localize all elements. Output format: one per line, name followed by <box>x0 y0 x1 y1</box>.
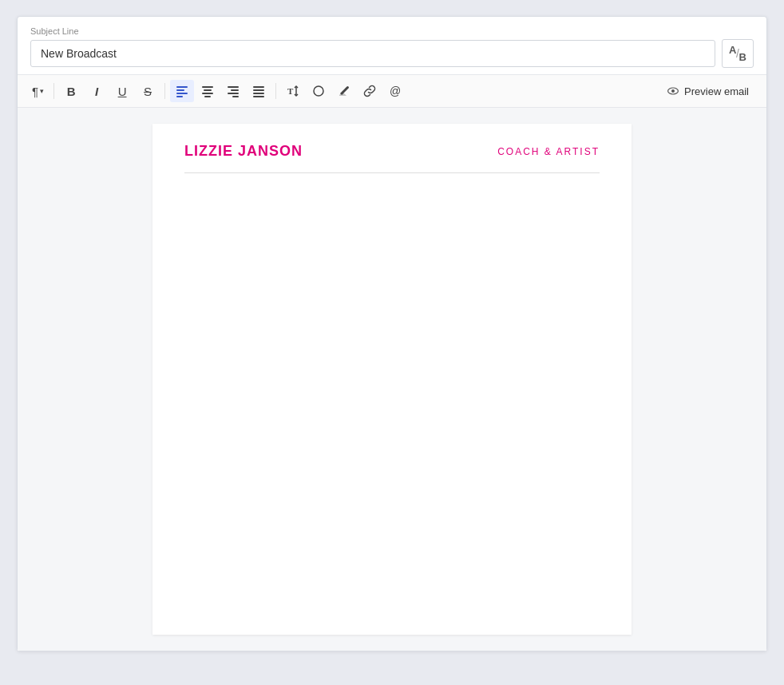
brand-tagline: COACH & ARTIST <box>497 146 600 157</box>
separator-3 <box>275 83 276 99</box>
svg-rect-8 <box>228 86 239 88</box>
eraser-icon <box>338 85 350 97</box>
separator-1 <box>53 83 54 99</box>
font-size-icon: T <box>287 85 299 97</box>
paragraph-type-button[interactable]: ¶ ▾ <box>27 80 49 102</box>
svg-rect-14 <box>253 93 264 94</box>
svg-rect-9 <box>231 89 239 91</box>
highlight-button[interactable] <box>307 80 331 102</box>
underline-icon: U <box>118 85 127 98</box>
svg-rect-4 <box>202 86 213 88</box>
paragraph-icon: ¶ <box>32 85 38 98</box>
ab-test-button[interactable]: A / B <box>722 39 754 68</box>
separator-2 <box>164 83 165 99</box>
svg-point-20 <box>671 89 675 93</box>
subject-label: Subject Line <box>30 26 754 36</box>
align-justify-icon <box>252 85 265 97</box>
svg-point-18 <box>314 86 323 96</box>
font-size-button[interactable]: T <box>281 80 305 102</box>
preview-email-label: Preview email <box>684 85 749 97</box>
italic-button[interactable]: I <box>85 80 109 102</box>
eraser-button[interactable] <box>332 80 356 102</box>
subject-section: Subject Line A / B <box>18 17 766 75</box>
svg-rect-2 <box>176 93 188 94</box>
svg-rect-0 <box>176 86 188 88</box>
bold-icon: B <box>67 85 76 98</box>
svg-rect-3 <box>176 96 183 97</box>
subject-input[interactable] <box>30 40 715 67</box>
link-button[interactable] <box>358 80 382 102</box>
svg-rect-15 <box>253 96 264 97</box>
svg-rect-13 <box>253 89 264 91</box>
svg-rect-6 <box>202 93 213 94</box>
paragraph-chevron-icon: ▾ <box>40 87 44 95</box>
svg-rect-10 <box>228 93 239 94</box>
brand-name: LIZZIE JANSON <box>184 143 303 160</box>
svg-text:T: T <box>287 86 294 96</box>
svg-rect-7 <box>204 96 211 97</box>
subject-row: A / B <box>30 39 754 68</box>
editor-toolbar: ¶ ▾ B I U S <box>18 75 766 108</box>
email-header: LIZZIE JANSON COACH & ARTIST <box>152 124 632 172</box>
align-justify-button[interactable] <box>247 80 271 102</box>
mention-button[interactable]: @ <box>383 80 407 102</box>
align-left-button[interactable] <box>170 80 194 102</box>
align-right-button[interactable] <box>221 80 245 102</box>
align-left-icon <box>176 85 188 97</box>
preview-email-button[interactable]: Preview email <box>659 80 757 102</box>
svg-rect-1 <box>176 89 184 91</box>
strikethrough-icon: S <box>144 85 152 98</box>
editor-body[interactable]: LIZZIE JANSON COACH & ARTIST <box>18 108 766 651</box>
underline-button[interactable]: U <box>110 80 134 102</box>
email-editor: Subject Line A / B ¶ ▾ B I U S <box>17 16 767 651</box>
strikethrough-button[interactable]: S <box>136 80 160 102</box>
svg-rect-11 <box>232 96 239 97</box>
svg-rect-12 <box>253 86 264 88</box>
align-center-icon <box>201 85 214 97</box>
italic-icon: I <box>95 85 98 98</box>
email-content[interactable] <box>152 173 632 572</box>
mention-icon: @ <box>390 85 401 97</box>
align-right-icon <box>227 85 240 97</box>
bold-button[interactable]: B <box>59 80 83 102</box>
highlight-icon <box>312 85 325 97</box>
link-icon <box>363 85 376 97</box>
email-canvas: LIZZIE JANSON COACH & ARTIST <box>152 124 632 635</box>
eye-icon <box>667 85 679 97</box>
svg-rect-5 <box>204 89 212 91</box>
align-center-button[interactable] <box>196 80 220 102</box>
